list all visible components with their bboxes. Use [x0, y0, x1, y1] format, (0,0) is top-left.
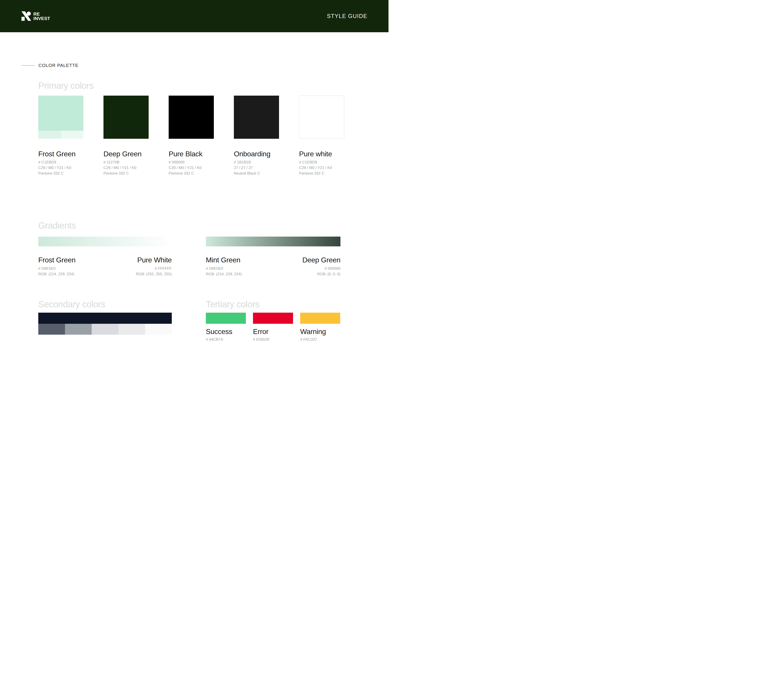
color-pantone: Pantone 332 C — [104, 170, 149, 176]
color-name: Deep Green — [104, 150, 149, 158]
color-hex: # 000000 — [302, 266, 341, 271]
gradients-section: Gradients Frost Green # D6E5E0 RGB: (214… — [38, 220, 389, 277]
color-card-onboarding: Onboarding # 1B1B1B 27 / 27 / 27 Neutral… — [234, 96, 279, 176]
color-pantone: Pantone 332 C — [38, 170, 84, 176]
color-meta: # C1EBD9 C29 / M0 / Y21 / K0 Pantone 332… — [299, 160, 344, 176]
color-swatch — [38, 96, 84, 139]
primary-colors-section: Primary colors Frost Green # C1EBD9 C29 … — [38, 80, 344, 176]
tertiary-colors-section: Tertiary colors Success # 44CB7A Error #… — [206, 299, 341, 342]
page-title: STYLE GUIDE — [327, 13, 368, 19]
gradient-from-label: Frost Green # D6E5E0 RGB: (214, 229, 224… — [38, 256, 75, 277]
style-guide-page: RE INVEST STYLE GUIDE COLOR PALETTE Prim… — [0, 0, 389, 354]
color-card-warning: Warning # FAC337 — [300, 313, 340, 342]
color-meta: # D6E5E0 RGB: (214, 229, 224) — [38, 266, 75, 277]
color-swatch — [206, 313, 246, 324]
brand-logo-mark-icon — [22, 11, 32, 21]
color-hex: # D6E5E0 — [38, 266, 75, 271]
secondary-gray-scale — [38, 324, 172, 335]
color-name: Pure White — [136, 256, 172, 264]
color-meta: # C1EBD9 C29 / M0 / Y21 / K0 Pantone 332… — [38, 160, 84, 176]
color-swatch — [299, 96, 344, 139]
secondary-colors-section: Secondary colors — [38, 299, 172, 342]
color-meta: # 000000 RGB: (0, 0, 0) — [302, 266, 341, 277]
secondary-colors-heading: Secondary colors — [38, 299, 172, 309]
color-hex: # C1EBD9 — [38, 160, 84, 165]
color-card-deep-green: Deep Green # 11270B C29 / M0 / Y21 / K0 … — [104, 96, 149, 176]
brand-logo: RE INVEST — [22, 11, 50, 21]
color-rgb: RGB: (255, 255, 255) — [136, 271, 172, 277]
gray-swatch — [65, 324, 92, 335]
color-cmyk: 27 / 27 / 27 — [234, 165, 279, 170]
gradients-heading: Gradients — [38, 220, 389, 231]
color-name: Frost Green — [38, 150, 84, 158]
gradient-labels: Frost Green # D6E5E0 RGB: (214, 229, 224… — [38, 256, 172, 277]
color-hex: # FAC337 — [300, 337, 340, 342]
secondary-navy-swatch — [38, 313, 172, 324]
color-pantone: Pantone 332 C — [169, 170, 214, 176]
primary-colors-heading: Primary colors — [38, 80, 344, 91]
color-pantone: Neutral Black C — [234, 170, 279, 176]
color-name: Frost Green — [38, 256, 75, 264]
color-rgb: RGB: (214, 229, 224) — [206, 271, 242, 277]
accent-line — [22, 65, 35, 66]
color-name: Pure Black — [169, 150, 214, 158]
color-hex: # C1EBD9 — [299, 160, 344, 165]
section-label: COLOR PALETTE — [38, 63, 79, 68]
color-swatch — [104, 96, 149, 139]
header: RE INVEST STYLE GUIDE — [0, 0, 389, 32]
gray-swatch — [119, 324, 145, 335]
brand-logo-text: RE INVEST — [33, 12, 50, 20]
gray-swatch — [145, 324, 172, 335]
color-name: Error — [253, 328, 293, 336]
color-card-pure-white: Pure white # C1EBD9 C29 / M0 / Y21 / K0 … — [299, 96, 344, 176]
tertiary-colors-heading: Tertiary colors — [206, 299, 341, 309]
color-name: Pure white — [299, 150, 344, 158]
gray-swatch — [38, 324, 65, 335]
tint-swatch — [61, 131, 84, 139]
color-rgb: RGB: (0, 0, 0) — [302, 271, 341, 277]
color-swatch — [300, 313, 340, 324]
color-hex: # 1B1B1B — [234, 160, 279, 165]
color-name: Mint Green — [206, 256, 242, 264]
color-hex: # 11270B — [104, 160, 149, 165]
color-hex: # D6E5E0 — [206, 266, 242, 271]
color-meta: # 11270B C29 / M0 / Y21 / K0 Pantone 332… — [104, 160, 149, 176]
color-rgb: RGB: (214, 229, 224) — [38, 271, 75, 277]
tint-row — [38, 131, 84, 139]
color-meta: # FFFFFF RGB: (255, 255, 255) — [136, 266, 172, 277]
gradient-to-label: Pure White # FFFFFF RGB: (255, 255, 255) — [136, 256, 172, 277]
color-swatch — [253, 313, 293, 324]
primary-swatch-row: Frost Green # C1EBD9 C29 / M0 / Y21 / K0… — [38, 96, 344, 176]
gradient-mint-to-deep: Mint Green # D6E5E0 RGB: (214, 229, 224)… — [206, 237, 341, 277]
color-hex: # 000000 — [169, 160, 214, 165]
color-hex: # E50029 — [253, 337, 293, 342]
gradient-to-label: Deep Green # 000000 RGB: (0, 0, 0) — [302, 256, 341, 277]
color-cmyk: C29 / M0 / Y21 / K0 — [104, 165, 149, 170]
gray-swatch — [92, 324, 119, 335]
color-name: Warning — [300, 328, 340, 336]
gradient-bar — [206, 237, 341, 247]
tint-swatch — [38, 131, 61, 139]
color-card-success: Success # 44CB7A — [206, 313, 246, 342]
bottom-section: Secondary colors Tertiary colors Success… — [38, 299, 389, 342]
gradient-row: Frost Green # D6E5E0 RGB: (214, 229, 224… — [38, 237, 389, 277]
color-meta: # 000000 C29 / M0 / Y21 / K0 Pantone 332… — [169, 160, 214, 176]
color-card-error: Error # E50029 — [253, 313, 293, 342]
gradient-from-label: Mint Green # D6E5E0 RGB: (214, 229, 224) — [206, 256, 242, 277]
section-label-row: COLOR PALETTE — [22, 63, 389, 68]
color-card-frost-green: Frost Green # C1EBD9 C29 / M0 / Y21 / K0… — [38, 96, 84, 176]
color-pantone: Pantone 332 C — [299, 170, 344, 176]
tertiary-swatch-row: Success # 44CB7A Error # E50029 Warning … — [206, 313, 341, 342]
color-cmyk: C29 / M0 / Y21 / K0 — [38, 165, 84, 170]
color-cmyk: C29 / M0 / Y21 / K0 — [299, 165, 344, 170]
gradient-frost-to-white: Frost Green # D6E5E0 RGB: (214, 229, 224… — [38, 237, 172, 277]
color-hex: # FFFFFF — [136, 266, 172, 271]
color-swatch — [234, 96, 279, 139]
brand-logo-line2: INVEST — [33, 16, 50, 20]
color-name: Success — [206, 328, 246, 336]
color-meta: # 1B1B1B 27 / 27 / 27 Neutral Black C — [234, 160, 279, 176]
brand-logo-line1: RE — [33, 12, 50, 16]
color-name: Onboarding — [234, 150, 279, 158]
gradient-labels: Mint Green # D6E5E0 RGB: (214, 229, 224)… — [206, 256, 341, 277]
color-hex: # 44CB7A — [206, 337, 246, 342]
